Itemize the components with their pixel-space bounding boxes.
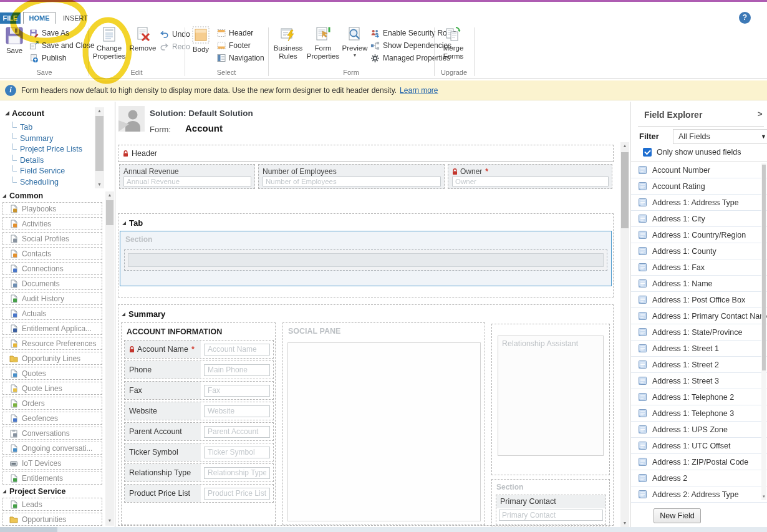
number-of-employees-input[interactable]	[263, 177, 441, 186]
save-as-button[interactable]: Save As	[29, 27, 69, 39]
nav-item-activities[interactable]: Activities	[2, 217, 102, 230]
nav-item-audit-history[interactable]: Audit History	[2, 292, 102, 305]
nav-item-iot-devices[interactable]: IoT Devices	[2, 457, 102, 470]
field-list-item[interactable]: Address 1: Telephone 2	[631, 389, 767, 405]
nav-item-ongoing-conversations[interactable]: Ongoing conversati...	[2, 442, 102, 455]
change-properties-button[interactable]: Change Properties	[91, 26, 127, 60]
field-row-parent-account[interactable]: Parent Account	[124, 422, 274, 441]
nav-item-connections[interactable]: Connections	[2, 262, 102, 275]
field-row-primary-contact[interactable]: Primary Contact	[496, 495, 606, 525]
scrollbar-thumb[interactable]	[762, 165, 766, 370]
scroll-up-icon[interactable]: ▲	[95, 107, 104, 115]
tab-section[interactable]: Tab Section	[118, 213, 614, 297]
tree-scrollbar[interactable]: ▲ ▼	[95, 107, 104, 188]
field-row-account-name[interactable]: Account Name*	[124, 340, 274, 359]
navigation-button[interactable]: Navigation	[217, 52, 264, 64]
tree-item-project-price-lists[interactable]: Project Price Lists	[12, 144, 82, 155]
field-row-relationship-type[interactable]: Relationship Type	[124, 463, 274, 482]
tree-item-tab[interactable]: Tab	[12, 122, 82, 133]
field-list-item[interactable]: Address 1: County	[631, 243, 767, 259]
primary-contact-input[interactable]	[499, 510, 603, 521]
nav-item-entitlement-application[interactable]: Entitlement Applica...	[2, 322, 102, 335]
business-rules-button[interactable]: Business Rules	[272, 26, 304, 60]
tree-item-field-service[interactable]: Field Service	[12, 166, 82, 177]
tree-item-summary[interactable]: Summary	[12, 133, 82, 145]
scrollbar-thumb[interactable]	[95, 116, 104, 171]
field-row-website[interactable]: Website	[124, 402, 274, 420]
nav-item-geofences[interactable]: Geofences	[2, 412, 102, 425]
nav-item-resource-preferences[interactable]: Resource Preferences	[2, 337, 102, 350]
parent-account-input[interactable]	[204, 426, 270, 438]
nav-item-orders[interactable]: Orders	[2, 397, 102, 410]
product-price-list-input[interactable]	[204, 488, 270, 500]
preview-dropdown-caret[interactable]: ▼	[342, 53, 368, 58]
field-list-item[interactable]: Address 2: Address Type	[631, 486, 767, 503]
scroll-up-icon[interactable]: ▲	[620, 142, 629, 150]
section-header-common[interactable]: Common	[2, 191, 105, 200]
field-list-item[interactable]: Address 1: Post Office Box	[631, 292, 767, 308]
field-list-scrollbar[interactable]: ▼	[761, 163, 766, 500]
scroll-up-icon[interactable]: ▲	[105, 191, 114, 199]
field-number-of-employees[interactable]: Number of Employees	[258, 164, 445, 189]
tree-item-scheduling[interactable]: Scheduling	[12, 177, 82, 188]
owner-input[interactable]	[452, 177, 609, 186]
new-field-button[interactable]: New Field	[654, 508, 701, 523]
navigator-scrollbar[interactable]: ▲ ▼	[105, 191, 114, 526]
field-row-ticker-symbol[interactable]: Ticker Symbol	[124, 443, 274, 462]
field-list-item[interactable]: Address 1: Address Type	[631, 195, 767, 211]
field-list-item[interactable]: Address 1: City	[631, 211, 767, 227]
scrollbar-thumb[interactable]	[106, 200, 113, 225]
empty-field-strip[interactable]	[128, 253, 604, 267]
summary-section-title[interactable]: Summary	[122, 309, 613, 319]
field-list-item[interactable]: Address 1: Country/Region	[631, 227, 767, 243]
field-list-item[interactable]: Address 1: Primary Contact Name	[631, 308, 767, 324]
field-list-item[interactable]: Address 1: Name	[631, 276, 767, 292]
field-list-item[interactable]: Address 1: ZIP/Postal Code	[631, 454, 767, 470]
section-header-project-service[interactable]: Project Service	[2, 486, 105, 496]
fax-input[interactable]	[204, 385, 270, 397]
learn-more-link[interactable]: Learn more	[400, 86, 438, 95]
field-row-phone[interactable]: Phone	[124, 360, 274, 379]
filter-dropdown[interactable]: All Fields▼	[673, 129, 767, 144]
save-and-close-button[interactable]: Save and Close	[29, 40, 95, 51]
scroll-down-icon[interactable]: ▼	[761, 493, 766, 500]
nav-item-leads[interactable]: Leads	[2, 498, 102, 511]
ticker-symbol-input[interactable]	[204, 447, 270, 458]
preview-button[interactable]: Preview ▼	[342, 26, 368, 58]
scroll-down-icon[interactable]: ▼	[620, 520, 629, 527]
relationship-assistant-container[interactable]: Relationship Assistant	[491, 324, 610, 475]
scroll-down-icon[interactable]: ▼	[105, 517, 114, 525]
field-list-item[interactable]: Address 1: State/Province	[631, 324, 767, 341]
field-list-item[interactable]: Address 1: Street 2	[631, 357, 767, 373]
canvas-scrollbar[interactable]: ▲ ▼	[620, 142, 629, 527]
footer-button[interactable]: Footer	[217, 40, 251, 51]
tree-root-account[interactable]: Account	[5, 109, 44, 118]
field-list-item[interactable]: Address 1: Street 3	[631, 373, 767, 389]
tree-item-details[interactable]: Details	[12, 155, 82, 167]
only-unused-checkbox[interactable]	[643, 148, 652, 157]
account-name-input[interactable]	[204, 344, 270, 355]
nav-item-social-profiles[interactable]: Social Profiles	[2, 232, 102, 245]
nav-item-opportunities[interactable]: Opportunities	[2, 513, 102, 526]
field-list-item[interactable]: Address 1: Fax	[631, 259, 767, 276]
remove-button[interactable]: Remove	[128, 26, 157, 52]
nav-item-actuals[interactable]: Actuals	[2, 307, 102, 320]
field-annual-revenue[interactable]: Annual Revenue	[119, 164, 255, 189]
nav-item-conversations[interactable]: Conversations	[2, 427, 102, 440]
body-button[interactable]: Body	[188, 26, 213, 54]
tab-section-title[interactable]: Tab	[122, 218, 613, 228]
relationship-type-input[interactable]	[204, 467, 270, 479]
header-button[interactable]: Header	[217, 27, 253, 39]
field-list-item[interactable]: Account Rating	[631, 178, 767, 195]
field-list-item[interactable]: Address 2	[631, 470, 767, 486]
field-list-item[interactable]: Address 1: UPS Zone	[631, 422, 767, 438]
empty-field-row[interactable]	[124, 249, 607, 271]
phone-input[interactable]	[204, 364, 270, 376]
save-button[interactable]: Save	[1, 26, 27, 55]
nav-item-documents[interactable]: Documents	[2, 277, 102, 290]
nav-item-entitlements[interactable]: Entitlements	[2, 472, 102, 485]
help-icon[interactable]: ?	[739, 12, 751, 24]
tab-file[interactable]: FILE	[0, 12, 21, 24]
collapse-panel-icon[interactable]: >	[758, 109, 763, 118]
social-pane-placeholder[interactable]	[287, 342, 481, 521]
